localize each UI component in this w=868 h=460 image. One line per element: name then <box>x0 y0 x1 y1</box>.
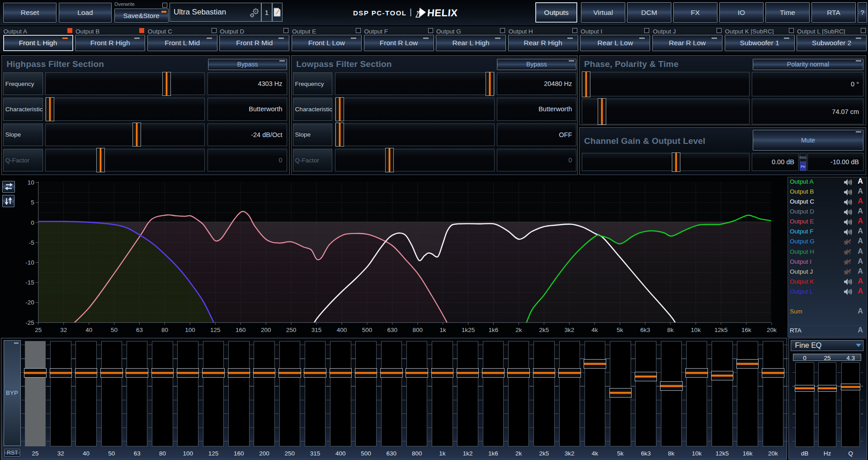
svg-text:4k: 4k <box>591 327 598 333</box>
svg-text:8k: 8k <box>667 327 674 333</box>
svg-text:1k6: 1k6 <box>489 327 499 333</box>
svg-text:315: 315 <box>311 327 322 333</box>
svg-text:800: 800 <box>413 327 423 333</box>
svg-text:100: 100 <box>185 327 195 333</box>
svg-text:80: 80 <box>161 327 168 333</box>
svg-text:10k: 10k <box>691 327 701 333</box>
svg-text:-25: -25 <box>25 319 34 326</box>
svg-text:0: 0 <box>31 219 34 226</box>
svg-text:160: 160 <box>236 327 246 333</box>
svg-text:-15: -15 <box>25 279 34 286</box>
svg-text:25: 25 <box>35 327 42 333</box>
svg-text:50: 50 <box>111 327 118 333</box>
svg-text:2k: 2k <box>515 327 522 333</box>
svg-text:3k2: 3k2 <box>564 327 574 333</box>
svg-text:200: 200 <box>261 327 271 333</box>
svg-text:12k5: 12k5 <box>714 327 727 333</box>
svg-text:250: 250 <box>286 327 297 333</box>
svg-text:5: 5 <box>31 199 34 206</box>
svg-text:-20: -20 <box>25 299 34 306</box>
svg-text:1k: 1k <box>440 327 447 333</box>
svg-text:400: 400 <box>337 327 347 333</box>
svg-text:20k: 20k <box>767 327 777 333</box>
svg-text:6k3: 6k3 <box>640 327 650 333</box>
svg-text:10: 10 <box>28 179 34 186</box>
svg-text:63: 63 <box>136 327 143 333</box>
svg-text:32: 32 <box>60 327 67 333</box>
svg-text:40: 40 <box>85 327 92 333</box>
svg-text:630: 630 <box>387 327 398 333</box>
svg-text:500: 500 <box>362 327 373 333</box>
svg-text:-5: -5 <box>29 239 34 246</box>
svg-text:1k25: 1k25 <box>462 327 475 333</box>
svg-text:2k5: 2k5 <box>539 327 549 333</box>
svg-text:125: 125 <box>210 327 221 333</box>
svg-text:-10: -10 <box>25 259 34 266</box>
svg-text:16k: 16k <box>741 327 751 333</box>
svg-text:5k: 5k <box>617 327 623 333</box>
